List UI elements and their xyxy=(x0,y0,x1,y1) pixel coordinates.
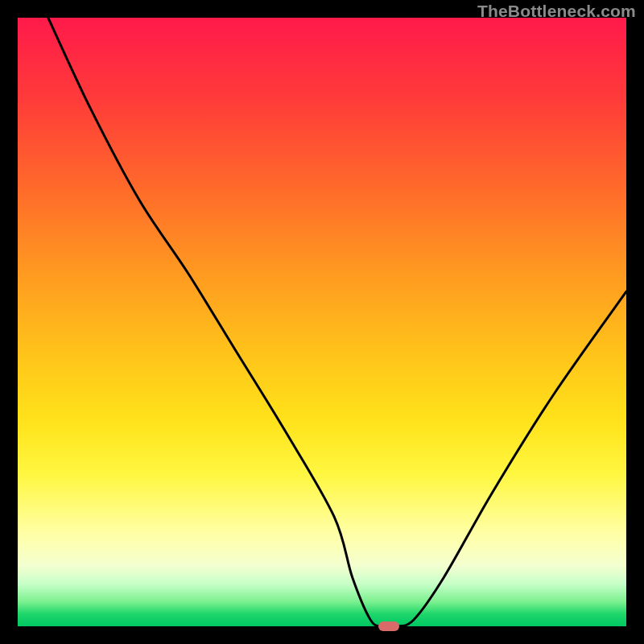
watermark-text: TheBottleneck.com xyxy=(477,2,636,21)
bottleneck-curve xyxy=(18,18,626,626)
plot-area xyxy=(18,18,626,626)
chart-frame: TheBottleneck.com xyxy=(0,0,644,644)
optimum-marker xyxy=(378,621,399,631)
